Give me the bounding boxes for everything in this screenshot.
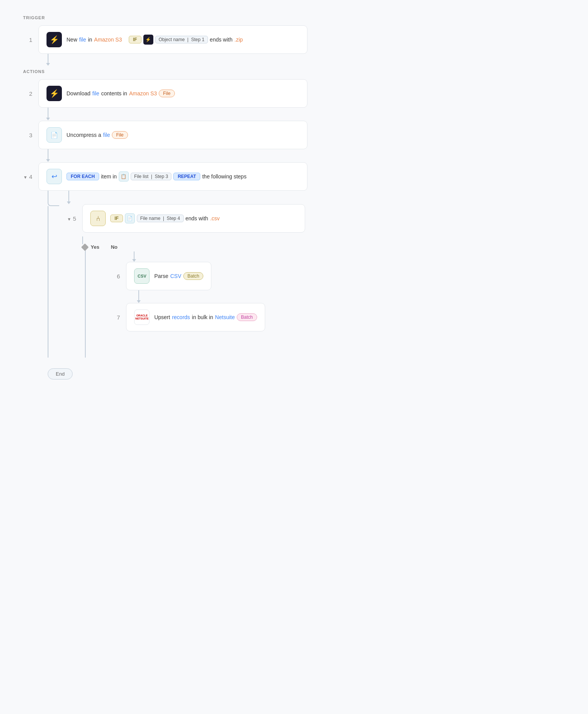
step4-filelist-icon: 📋 [119,171,129,181]
step7-desc-mid: in bulk in [192,314,213,320]
step2-number: 2 [23,90,32,97]
step7-icon: ORACLENETSUITE [134,310,149,325]
step2-row: 2 ⚡ Download file contents in Amazon S3 … [23,79,565,108]
step1-condition-icon: ⚡ [143,35,153,45]
step1-cond-value: .zip [234,37,243,43]
step3-text: Uncompress a file File [66,131,128,139]
step7-card: ORACLENETSUITE Upsert records in bulk in… [126,303,265,331]
no-label: No [111,244,117,250]
step1-row: 1 ⚡ New file in Amazon S3 IF ⚡ Objec [23,25,565,54]
step1-s3-icon: ⚡ [47,32,62,47]
step1-card: ⚡ New file in Amazon S3 IF ⚡ Object name… [38,25,307,54]
no-branch: No 6 [111,233,265,358]
step2-desc-mid: contents in [101,90,127,97]
step5-icon: ⑃ [90,211,106,226]
step6-badge: Batch [183,272,204,280]
step7-link1[interactable]: records [172,314,190,320]
step1-desc-mid: in [88,37,92,43]
step3-desc-pre: Uncompress a [66,132,101,138]
step3-badge: File [112,131,128,139]
page-container: TRIGGER 1 ⚡ New file in Amazon S3 IF ⚡ [23,15,565,379]
trigger-section: TRIGGER 1 ⚡ New file in Amazon S3 IF ⚡ [23,15,565,66]
yes-branch: Yes [82,233,99,358]
step2-badge: File [159,90,174,97]
step4-desc-mid: item in [101,173,117,180]
step7-number: 7 [111,314,120,321]
step2-icon: ⚡ [47,86,62,101]
step2-link1[interactable]: file [92,90,99,97]
step2-link2[interactable]: Amazon S3 [129,90,157,97]
step4-repeat-tag: REPEAT [173,173,200,180]
step4-icon: ↩ [47,169,62,184]
step6-desc-pre: Parse [154,273,168,279]
yes-no-area: Yes No [67,233,565,358]
end-button[interactable]: End [48,368,73,379]
nested-content: ▼ 5 ⑃ IF 📄 [67,191,565,358]
trigger-label: TRIGGER [23,15,565,20]
step6-icon: CSV [134,268,149,284]
step2-desc-pre: Download [66,90,90,97]
connector-1-2 [48,54,48,66]
yes-label: Yes [91,244,99,250]
step5-number: ▼ 5 [67,215,76,222]
step6-text: Parse CSV Batch [154,272,203,280]
step5-row: ▼ 5 ⑃ IF 📄 [67,204,565,233]
step5-text: IF 📄 File name | Step 4 ends with [110,213,220,223]
actions-label: ACTIONS [23,69,565,74]
step4-row: ▼ 4 ↩ FOR EACH item in 📋 File list | [23,162,565,191]
loop-left-line [48,191,59,358]
step4-desc-end: the following steps [202,173,246,180]
step4-card: ↩ FOR EACH item in 📋 File list | Step 3 … [38,162,307,191]
connector-3-4 [48,149,48,162]
step3-row: 3 📄 Uncompress a file File [23,121,565,149]
step7-link2[interactable]: Netsuite [215,314,235,320]
step3-number: 3 [23,132,32,138]
loop-body-area: ▼ 5 ⑃ IF 📄 [23,191,565,358]
step1-number: 1 [23,37,32,43]
step5-filename-ref: File name | Step 4 [137,215,184,222]
connector-2-3 [48,108,48,121]
step6-card: CSV Parse CSV Batch [126,262,211,290]
step5-card: ⑃ IF 📄 File name | Step 4 [82,204,305,233]
step3-icon: 📄 [47,127,62,143]
step1-text: New file in Amazon S3 IF ⚡ Object name |… [66,35,243,45]
step4-filelist-ref: File list | Step 3 [131,173,172,180]
step6-row: 6 CSV Parse CSV [111,262,211,290]
step4-text: FOR EACH item in 📋 File list | Step 3 RE… [66,171,246,181]
step1-desc-pre: New [66,37,77,43]
step7-desc-pre: Upsert [154,314,170,320]
step4-foreach-tag: FOR EACH [66,173,99,180]
step1-link2[interactable]: Amazon S3 [94,37,122,43]
step1-if-tag: IF [129,36,141,43]
step6-link1[interactable]: CSV [170,273,181,279]
step3-link1[interactable]: file [103,132,110,138]
step5-cond-pre: ends with [186,215,208,221]
step7-badge: Batch [237,313,257,321]
step6-number: 6 [111,273,120,280]
step2-card: ⚡ Download file contents in Amazon S3 Fi… [38,79,307,108]
step5-cond-value: .csv [210,215,220,221]
end-area: End [23,365,565,379]
step1-obj-label: Object name | Step 1 [155,36,208,43]
step7-text: Upsert records in bulk in Netsuite Batch [154,313,257,321]
step4-number: ▼ 4 [23,173,32,180]
step5-connector-row [67,191,565,204]
loop-left-space [23,191,48,358]
actions-section: ACTIONS 2 ⚡ Download file contents in Am… [23,69,565,379]
step2-text: Download file contents in Amazon S3 File [66,90,175,97]
yes-diamond [81,243,89,251]
step5-if-tag: IF [110,215,123,222]
connector-6-7 [138,290,141,303]
step3-card: 📄 Uncompress a file File [38,121,307,149]
loop-content: ▼ 5 ⑃ IF 📄 [48,191,565,358]
step7-row: 7 ORACLENETSUITE Upsert records [111,303,265,331]
step1-cond-pre: ends with [210,37,233,43]
step5-file-icon: 📄 [125,213,135,223]
step1-link1[interactable]: file [79,37,86,43]
